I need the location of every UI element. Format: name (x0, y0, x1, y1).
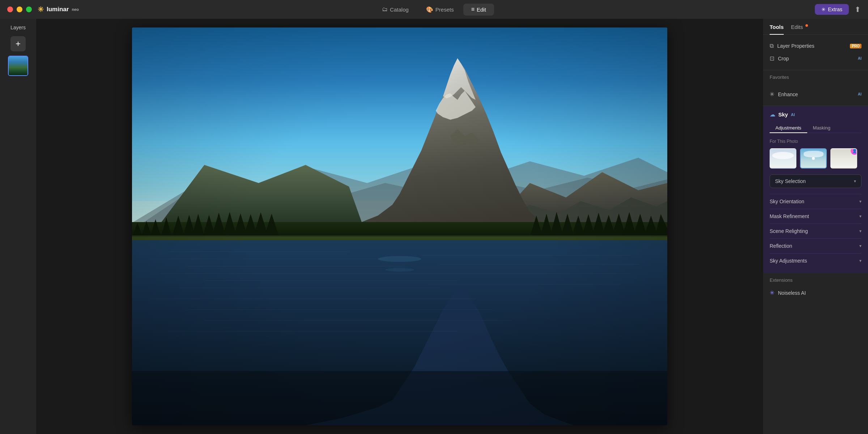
crop-icon: ⊡ (770, 55, 774, 62)
nav-right: ✳ Extras ⬆ (815, 4, 861, 15)
noiseless-icon: ✳ (770, 289, 774, 296)
extras-icon: ✳ (821, 7, 826, 12)
layers-title: Layers (10, 25, 26, 30)
panel-tabs: Tools Edits (763, 19, 868, 35)
adjustments-label: Adjustments (775, 125, 801, 131)
sky-adjustments-chevron-icon: ▾ (859, 258, 861, 263)
sky-orientation-chevron-icon: ▾ (859, 199, 861, 204)
crop-ai-badge: AI (858, 56, 861, 60)
dropdown-chevron-icon: ▾ (854, 179, 856, 184)
layers-panel: Layers + (0, 19, 36, 434)
extras-label: Extras (828, 7, 842, 12)
enhance-section: ✳ Enhance AI (763, 83, 868, 106)
masking-label: Masking (813, 125, 830, 131)
edits-dot-badge (805, 24, 808, 27)
sky-thumb-2[interactable] (800, 148, 827, 169)
tool-section: ⧉ Layer Properties PRO ⊡ Crop AI (763, 35, 868, 70)
enhance-ai-badge: AI (858, 92, 861, 96)
reflection-section[interactable]: Reflection ▾ (770, 238, 861, 253)
logo-icon: ✳ (38, 5, 44, 14)
extras-button[interactable]: ✳ Extras (815, 4, 849, 15)
maximize-button[interactable] (26, 7, 32, 12)
sky-selection-label: Sky Selection (775, 178, 806, 184)
crop-label: Crop (778, 56, 854, 61)
tab-tools-label: Tools (770, 24, 784, 30)
add-layer-button[interactable]: + (10, 36, 26, 51)
sky-header: ☁ Sky AI (770, 111, 861, 118)
sky-sub-tabs: Adjustments Masking (770, 123, 861, 133)
sky-adjustments-section[interactable]: Sky Adjustments ▾ (770, 253, 861, 268)
mountain-scene (132, 27, 667, 425)
nav-presets-label: Presets (435, 7, 454, 13)
extensions-section: Extensions ✳ Noiseless AI (763, 273, 868, 303)
cursor-indicator (812, 157, 815, 160)
mask-refinement-section[interactable]: Mask Refinement ▾ (770, 209, 861, 224)
nav-catalog-label: Catalog (390, 7, 409, 13)
tool-enhance[interactable]: ✳ Enhance AI (770, 88, 861, 101)
tool-layer-properties[interactable]: ⧉ Layer Properties PRO (770, 40, 861, 52)
reflection-label: Reflection (770, 243, 792, 249)
scene-overlay (132, 27, 667, 425)
pro-badge: PRO (850, 44, 861, 48)
sky-cloud-icon: ☁ (770, 111, 775, 118)
nav-catalog[interactable]: 🗂 Catalog (374, 4, 417, 16)
mask-refinement-label: Mask Refinement (770, 213, 809, 219)
sky-section: ☁ Sky AI Adjustments Masking For This Ph… (763, 106, 868, 273)
enhance-icon: ✳ (770, 91, 774, 98)
app-logo: ✳ luminar neo (38, 5, 79, 14)
tool-crop[interactable]: ⊡ Crop AI (770, 52, 861, 65)
nav-edit-label: Edit (477, 7, 486, 13)
extensions-label: Extensions (770, 277, 861, 283)
layer-thumbnail[interactable] (8, 56, 28, 76)
layer-thumb-image (9, 56, 27, 75)
right-panel: Tools Edits ⧉ Layer Properties PRO ⊡ Cro… (763, 19, 868, 434)
share-icon: ⬆ (855, 5, 861, 13)
close-button[interactable] (7, 7, 13, 12)
sky-selection-dropdown[interactable]: Sky Selection ▾ (770, 174, 861, 188)
minimize-button[interactable] (17, 7, 22, 12)
enhance-label: Enhance (778, 92, 854, 97)
titlebar: ✳ luminar neo 🗂 Catalog 🎨 Presets ≡ Edit… (0, 0, 868, 19)
photo-container (132, 27, 667, 425)
mask-refinement-chevron-icon: ▾ (859, 214, 861, 219)
scene-relighting-label: Scene Relighting (770, 228, 808, 234)
for-photo-label: For This Photo (770, 139, 861, 144)
scene-relighting-section[interactable]: Scene Relighting ▾ (770, 224, 861, 238)
sky-title: Sky (778, 111, 788, 118)
nav-presets[interactable]: 🎨 Presets (418, 4, 462, 16)
presets-icon: 🎨 (426, 6, 433, 13)
plus-icon: + (16, 39, 21, 49)
nav-edit[interactable]: ≡ Edit (463, 4, 494, 16)
favorites-label: Favorites (763, 70, 868, 83)
main-area: Layers + (0, 19, 868, 434)
layer-properties-icon: ⧉ (770, 43, 774, 49)
sky-thumbs: 👤 (770, 148, 861, 169)
nav-center: 🗂 Catalog 🎨 Presets ≡ Edit (374, 4, 494, 16)
sky-thumb-3[interactable]: 👤 (830, 148, 857, 169)
tab-edits[interactable]: Edits (791, 24, 808, 30)
edit-icon: ≡ (471, 6, 475, 13)
noiseless-item[interactable]: ✳ Noiseless AI (770, 286, 861, 299)
canvas-area (36, 19, 763, 434)
sky-orientation-label: Sky Orientation (770, 199, 804, 204)
reflection-chevron-icon: ▾ (859, 243, 861, 248)
sky-orientation-section[interactable]: Sky Orientation ▾ (770, 194, 861, 209)
user-badge: 👤 (851, 148, 857, 155)
sky-thumb-1[interactable] (770, 148, 796, 169)
tab-edits-label: Edits (791, 24, 803, 30)
app-name: luminar (47, 6, 69, 13)
sky-adjustments-label: Sky Adjustments (770, 258, 807, 264)
window-controls (7, 7, 32, 12)
sub-tab-adjustments[interactable]: Adjustments (770, 123, 807, 133)
catalog-icon: 🗂 (382, 6, 388, 13)
layer-properties-label: Layer Properties (777, 43, 846, 49)
sub-tab-masking[interactable]: Masking (807, 123, 836, 133)
scene-relighting-chevron-icon: ▾ (859, 229, 861, 234)
share-button[interactable]: ⬆ (855, 5, 861, 14)
tab-tools[interactable]: Tools (770, 24, 784, 30)
noiseless-label: Noiseless AI (778, 290, 806, 296)
sky-ai-badge: AI (791, 112, 795, 117)
app-version: neo (72, 7, 79, 12)
